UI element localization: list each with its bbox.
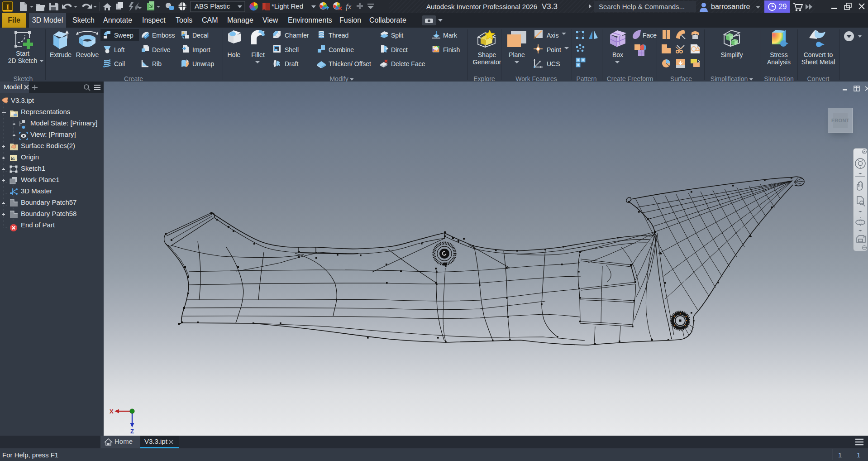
- svg-text:Z: Z: [130, 428, 134, 435]
- svg-text:ABS Plastic: ABS Plastic: [195, 2, 230, 10]
- svg-text:fx: fx: [346, 2, 352, 11]
- svg-text:*Light Red: *Light Red: [272, 2, 303, 10]
- svg-text:X: X: [110, 408, 114, 415]
